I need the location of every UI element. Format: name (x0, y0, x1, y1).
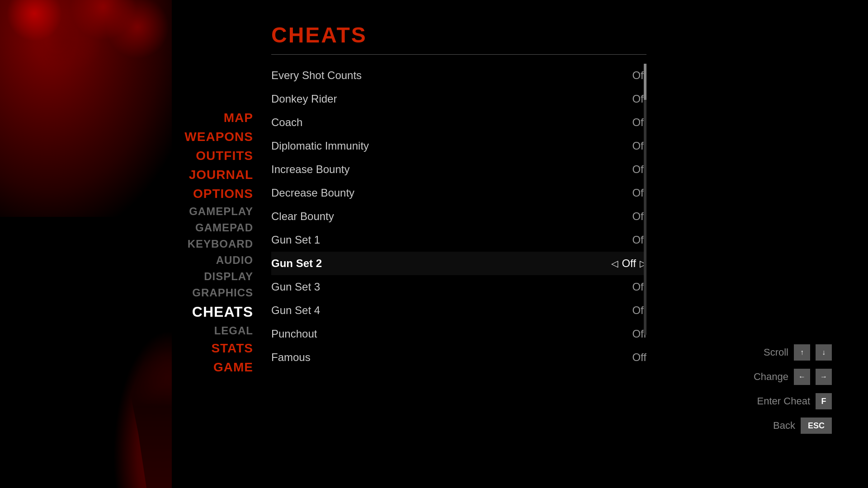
sidebar-item-weapons[interactable]: WEAPONS (172, 127, 253, 146)
cheat-item-clear-bounty[interactable]: Clear BountyOff (271, 205, 646, 228)
sidebar-item-outfits[interactable]: OUTFITS (172, 146, 253, 165)
sidebar-item-keyboard[interactable]: KEYBOARD (172, 236, 253, 252)
scroll-control: Scroll ↑ ↓ (764, 344, 832, 361)
cheat-item-decrease-bounty[interactable]: Decrease BountyOff (271, 181, 646, 205)
cheat-name-gun-set-2: Gun Set 2 (271, 257, 322, 270)
back-control: Back ESC (773, 418, 832, 434)
sidebar-item-game[interactable]: GAME (172, 358, 253, 377)
cheat-name-coach: Coach (271, 116, 302, 129)
scroll-up-key[interactable]: ↑ (794, 344, 810, 361)
sidebar-item-graphics[interactable]: GRAPHICS (172, 285, 253, 301)
change-right-key[interactable]: → (816, 369, 832, 385)
cheat-item-gun-set-1[interactable]: Gun Set 1Off (271, 228, 646, 252)
main-content: MAPWEAPONSOUTFITSJOURNALOPTIONSGAMEPLAYG… (172, 0, 868, 488)
cheat-name-famous: Famous (271, 351, 311, 364)
change-label: Change (754, 371, 788, 383)
cheat-value-text-gun-set-2: Off (622, 257, 636, 270)
sidebar-item-cheats[interactable]: CHEATS (172, 301, 253, 323)
enter-cheat-label: Enter Cheat (757, 395, 810, 407)
cheat-name-gun-set-3: Gun Set 3 (271, 281, 320, 293)
sidebar-item-options[interactable]: OPTIONS (172, 184, 253, 203)
cheat-value-famous: Off (632, 351, 646, 364)
enter-cheat-key[interactable]: F (816, 393, 832, 409)
cheat-name-increase-bounty: Increase Bounty (271, 163, 349, 176)
back-label: Back (773, 420, 795, 432)
controls-panel: Scroll ↑ ↓ Change ← → Enter Cheat F Back… (754, 344, 832, 434)
cheat-name-diplomatic-immunity: Diplomatic Immunity (271, 140, 369, 152)
sidebar: MAPWEAPONSOUTFITSJOURNALOPTIONSGAMEPLAYG… (172, 108, 262, 377)
cheat-value-gun-set-2: ◁Off▷ (611, 257, 646, 270)
cheat-item-famous[interactable]: FamousOff (271, 346, 646, 369)
cheat-item-donkey-rider[interactable]: Donkey RiderOff (271, 87, 646, 111)
sidebar-item-legal[interactable]: LEGAL (172, 323, 253, 339)
cheat-item-increase-bounty[interactable]: Increase BountyOff (271, 158, 646, 181)
scroll-bar[interactable] (644, 64, 646, 335)
cheat-item-diplomatic-immunity[interactable]: Diplomatic ImmunityOff (271, 134, 646, 158)
sidebar-item-journal[interactable]: JOURNAL (172, 165, 253, 184)
scroll-down-key[interactable]: ↓ (816, 344, 832, 361)
sidebar-item-display[interactable]: DISPLAY (172, 268, 253, 285)
cheat-name-every-shot-counts: Every Shot Counts (271, 69, 362, 82)
sidebar-item-stats[interactable]: STATS (172, 339, 253, 358)
change-control: Change ← → (754, 369, 832, 385)
character-silhouette (113, 330, 172, 488)
cheat-item-coach[interactable]: CoachOff (271, 111, 646, 134)
cheat-name-punchout: Punchout (271, 328, 317, 340)
enter-cheat-control: Enter Cheat F (757, 393, 832, 409)
left-background (0, 0, 172, 488)
cheat-name-decrease-bounty: Decrease Bounty (271, 187, 354, 199)
title-divider (271, 54, 646, 55)
cheat-value-text-famous: Off (632, 351, 646, 364)
scroll-label: Scroll (764, 347, 788, 358)
cheat-item-gun-set-2[interactable]: Gun Set 2◁Off▷ (271, 252, 646, 275)
page-title: CHEATS (271, 23, 678, 47)
sidebar-item-gamepad[interactable]: GAMEPAD (172, 220, 253, 236)
cheat-name-donkey-rider: Donkey Rider (271, 93, 337, 105)
cheat-list: Every Shot CountsOffDonkey RiderOffCoach… (271, 64, 646, 369)
cheat-item-gun-set-3[interactable]: Gun Set 3Off (271, 275, 646, 299)
sidebar-item-audio[interactable]: AUDIO (172, 252, 253, 268)
cheat-item-every-shot-counts[interactable]: Every Shot CountsOff (271, 64, 646, 87)
sidebar-item-map[interactable]: MAP (172, 108, 253, 127)
cheat-name-clear-bounty: Clear Bounty (271, 210, 334, 223)
cheat-item-punchout[interactable]: PunchoutOff (271, 322, 646, 346)
sidebar-item-gameplay[interactable]: GAMEPLAY (172, 203, 253, 220)
back-key[interactable]: ESC (801, 418, 832, 434)
cheats-panel: CHEATS Every Shot CountsOffDonkey RiderO… (271, 23, 678, 369)
change-left-key[interactable]: ← (794, 369, 810, 385)
cheat-item-gun-set-4[interactable]: Gun Set 4Off (271, 299, 646, 322)
cheat-arrow-left[interactable]: ◁ (611, 258, 618, 269)
cheat-name-gun-set-1: Gun Set 1 (271, 234, 320, 246)
cheat-name-gun-set-4: Gun Set 4 (271, 304, 320, 317)
